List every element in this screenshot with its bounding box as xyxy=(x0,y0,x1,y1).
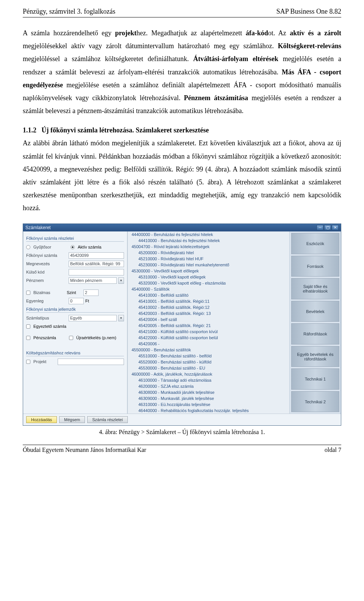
check-projekt[interactable] xyxy=(26,360,30,364)
label-aktiv-szamla: Aktív számla xyxy=(78,245,101,249)
account-details-button[interactable]: Számla részletei xyxy=(87,416,128,423)
tree-row[interactable]: 45422000 - Külföldi szállító csoporton b… xyxy=(128,335,289,341)
input-fokonyvi-szamla[interactable]: 45420099 xyxy=(69,252,124,259)
maximize-icon[interactable]: ▢ xyxy=(324,225,331,230)
figure-caption: 4. ábra: Pénzügy > Számlakeret – Új főkö… xyxy=(23,429,341,436)
label-kulso-kod: Külső kód xyxy=(26,270,67,274)
cancel-button[interactable]: Mégsem xyxy=(59,416,85,423)
footer-right: oldal 7 xyxy=(325,447,341,453)
sap-window: Számlakeret ─ ▢ ✕ Főkönyvi számla részle… xyxy=(23,223,341,426)
label-fokonyvi-szamla: Főkönyvi számla xyxy=(26,253,67,258)
window-title: Számlakeret xyxy=(25,225,51,230)
close-icon[interactable]: ✕ xyxy=(332,225,339,230)
label-penzszamla: Pénzszámla xyxy=(33,335,67,340)
tree-row[interactable]: 45510000 - Beruházási szállító - belföld xyxy=(128,353,289,359)
label-megnevezes: Megnevezés xyxy=(26,261,67,266)
minimize-icon[interactable]: ─ xyxy=(317,225,323,230)
input-megnevezes[interactable]: Belföldi szállítók. Régió: 99 xyxy=(69,261,124,267)
sap-footer: Hozzáadás Mégsem Számla részletei xyxy=(23,414,341,425)
label-projekt: Projekt xyxy=(33,359,56,364)
tree-row[interactable]: 45520000 - Beruházási szállító - külföld xyxy=(128,359,289,365)
tree-row[interactable]: 45500000 - Beruházási szállítók xyxy=(128,347,289,353)
check-bizalmas[interactable] xyxy=(26,291,30,295)
section-title-jellemzok: Főkönyvi számla jellemzők xyxy=(26,307,124,313)
page-header: Pénzügy, számvitel 3. foglalkozás SAP Bu… xyxy=(23,8,341,17)
input-kulso-kod[interactable] xyxy=(69,269,124,275)
page-footer: Óbudai Egyetem Neumann János Informatika… xyxy=(23,445,341,453)
label-szint: Szint xyxy=(67,290,82,295)
check-egyezteto[interactable] xyxy=(26,324,30,329)
tree-row[interactable]: 46309000 - Munkaváll. járulék teljesítés… xyxy=(128,395,289,401)
tree-row[interactable]: 46100000 - Társasági adó elszámolása xyxy=(128,377,289,383)
tree-row[interactable]: 45421000 - Külföldi szállító csoporton k… xyxy=(128,329,289,335)
category-button[interactable]: Saját tőke és elhatárolások xyxy=(291,278,339,299)
tree-row[interactable]: 46200000 - SZJA elsz.számla xyxy=(128,383,289,389)
tree-row[interactable]: 44400000 - Beruházási és fejlesztési hit… xyxy=(128,231,289,238)
tree-row[interactable]: 45410001 - Belföldi szállítók. Régió:11 xyxy=(128,298,289,304)
tree-row[interactable]: 45530000 - Beruházási szállító - EU xyxy=(128,365,289,371)
header-left: Pénzügy, számvitel 3. foglalkozás xyxy=(23,8,115,16)
label-egyenleg: Egyenleg xyxy=(26,299,67,303)
radio-aktiv-szamla[interactable] xyxy=(71,245,75,249)
select-penznem[interactable]: Minden pénznem xyxy=(69,277,117,284)
tree-row[interactable]: 45310000 - Vevőktől kapott előlegek xyxy=(128,274,289,280)
tree-row[interactable]: 45410000 - Belföldi szállító xyxy=(128,292,289,298)
category-button[interactable]: Egyéb bevételek és ráfordítások xyxy=(291,346,339,367)
tree-row[interactable]: 45004700 - Rövid lejáratú kötelezettsége… xyxy=(128,244,289,250)
tree-row[interactable]: 46440000 - Rehabilitációs foglalkoztatás… xyxy=(128,407,289,414)
header-right: SAP Business One 8.82 xyxy=(276,8,341,16)
tree-row[interactable]: 45420004 - belf száll xyxy=(128,316,289,323)
label-egyezteto: Egyeztető számla xyxy=(33,324,66,329)
category-button[interactable]: Források xyxy=(291,256,339,277)
tree-row[interactable]: 45420006 - xyxy=(128,341,289,347)
tree-row[interactable]: 45400000 - Szállítók xyxy=(128,286,289,292)
input-szint[interactable]: 2 xyxy=(83,289,99,296)
label-ft: Ft xyxy=(85,299,89,303)
category-button[interactable]: Eszközök xyxy=(291,233,339,254)
section-heading: 1.1.2 Új főkönyvi számla létrehozása. Sz… xyxy=(23,126,341,134)
tree-row[interactable]: 45420003 - Belföldi szállítók. Régió: 13 xyxy=(128,310,289,316)
tree-row[interactable]: 46310000 - Eü.hozzájárulás teljesítése xyxy=(128,401,289,407)
label-szamlatipus: Számlatípus xyxy=(26,316,67,320)
chevron-down-icon[interactable]: ▾ xyxy=(118,315,124,321)
tree-row[interactable]: 44410000 - Beruházási és fejlesztési hit… xyxy=(128,238,289,244)
add-button[interactable]: Hozzáadás xyxy=(26,416,57,423)
label-gyujtosor: Gyűjtősor xyxy=(33,245,56,249)
check-penzszamla[interactable] xyxy=(26,336,30,340)
tree-row[interactable]: 45420005 - Belföldi szállítók. Régió: 21 xyxy=(128,323,289,329)
tree-row[interactable]: 45210000 - Rövidlejáratú hitel HUF xyxy=(128,256,289,262)
tree-row[interactable]: 45410002 - Belföldi szállítók. Régió:12 xyxy=(128,304,289,310)
tree-row[interactable]: 45300000 - Vevőktől kapott előlegek xyxy=(128,268,289,274)
left-panel: Főkönyvi számla részletei Gyűjtősor Aktí… xyxy=(23,231,127,414)
tree-row[interactable]: 45230000 - Rövidlejáratú hitel munkahely… xyxy=(128,262,289,268)
category-buttons: EszközökForrásokSaját tőke és elhatárolá… xyxy=(290,231,341,414)
check-ujraertekeles[interactable] xyxy=(69,336,73,340)
label-penznem: Pénznem xyxy=(26,278,67,283)
paragraph-1: A számla hozzárendelhető egy projekthez.… xyxy=(23,27,341,117)
input-egyenleg[interactable]: 0 xyxy=(69,298,84,304)
chevron-down-icon[interactable]: ▾ xyxy=(118,277,124,284)
tree-row[interactable]: 45200000 - Rövidlejáratú hitel xyxy=(128,250,289,256)
section-title-koltseg: Költségszámításhoz releváns xyxy=(26,351,124,356)
section-title-details: Főkönyvi számla részletei xyxy=(26,236,124,242)
category-button[interactable]: Technikai 2 xyxy=(291,391,339,412)
input-projekt[interactable] xyxy=(58,359,124,365)
tree-row[interactable]: 46000000 - Adók, járulékok, hozzájárulás… xyxy=(128,371,289,377)
category-button[interactable]: Bevételek xyxy=(291,301,339,322)
sap-titlebar: Számlakeret ─ ▢ ✕ xyxy=(23,224,341,231)
tree-row[interactable]: 45320000 - Vevőktől kapott előleg - elsz… xyxy=(128,280,289,286)
paragraph-2: Az alábbi ábrán látható módon megjelenít… xyxy=(23,137,341,214)
category-button[interactable]: Technikai 1 xyxy=(291,368,339,390)
footer-left: Óbudai Egyetem Neumann János Informatika… xyxy=(23,447,146,453)
tree-row[interactable]: 46308000 - Munkaadói járulék teljesítése xyxy=(128,389,289,395)
label-ujraertekeles: Újraértékelés (p.nem) xyxy=(76,335,116,340)
account-tree[interactable]: 44400000 - Beruházási és fejlesztési hit… xyxy=(127,231,290,414)
category-button[interactable]: Ráfordítások xyxy=(291,323,339,345)
select-szamlatipus[interactable]: Egyéb xyxy=(69,315,117,321)
radio-gyujtosor[interactable] xyxy=(26,245,30,249)
label-bizalmas: Bizalmas xyxy=(33,290,56,295)
